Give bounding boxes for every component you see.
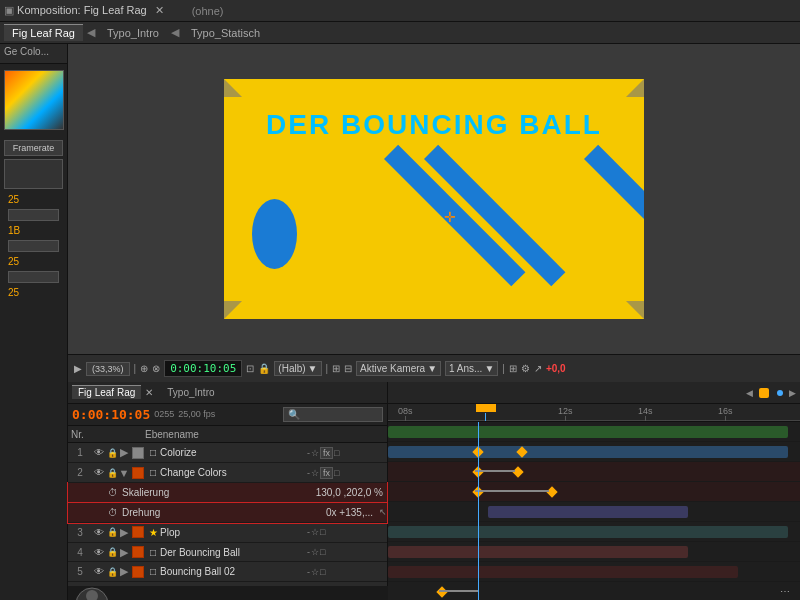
icon-gear[interactable]: ⚙ bbox=[521, 363, 530, 374]
preview-canvas: DER BOUNCING BALL ✛ bbox=[68, 44, 800, 354]
sidebar-indicator-2 bbox=[8, 240, 59, 252]
canvas-stripe-3 bbox=[584, 145, 644, 286]
layer-ctrls-4: - ☆ □ bbox=[307, 547, 387, 557]
layer-icon-1: □ bbox=[146, 447, 160, 458]
tl-search-input[interactable] bbox=[283, 407, 383, 422]
layer-vis-2[interactable]: 👁 bbox=[92, 467, 106, 478]
timeline-left: Fig Leaf Rag ✕ Typo_Intro 0:00:10:05 025… bbox=[68, 382, 388, 600]
layer-vis-5[interactable]: 👁 bbox=[92, 566, 106, 577]
layer-color-3 bbox=[132, 526, 144, 538]
tl-fps: 25,00 fps bbox=[178, 409, 215, 419]
tl-frame-info: 0255 bbox=[154, 409, 174, 419]
keyframe-dreh-a bbox=[472, 486, 483, 497]
layer-row-3[interactable]: 3 👁 🔒 ▶ ★ Plop - ☆ □ bbox=[68, 523, 387, 543]
preview-icon-3: ⊡ bbox=[246, 363, 254, 374]
preview-timecode: 0:00:10:05 bbox=[164, 360, 242, 377]
tween-skal2 bbox=[439, 590, 479, 592]
fx-badge-1[interactable]: fx bbox=[320, 447, 333, 459]
close-btn[interactable]: ✕ bbox=[155, 4, 164, 17]
track-row-3 bbox=[388, 502, 800, 522]
layer-name-2: Change Colors bbox=[160, 467, 307, 478]
layer-icon-4: □ bbox=[146, 547, 160, 558]
track-row-2 bbox=[388, 442, 800, 462]
canvas-crosshair: ✛ bbox=[444, 209, 456, 225]
layer-lock-2[interactable]: 🔒 bbox=[106, 468, 118, 478]
layer-nr-2: 2 bbox=[68, 467, 92, 478]
layer-ctrls-3: - ☆ □ bbox=[307, 527, 387, 537]
top-bar: ▣ Komposition: Fig Leaf Rag ✕ (ohne) bbox=[0, 0, 800, 22]
sub-label-drehung: Drehung bbox=[122, 507, 277, 518]
camera-dropdown[interactable]: Aktive Kamera ▼ bbox=[356, 361, 441, 376]
layer-ctrls-1: - ☆ fx □ bbox=[307, 447, 387, 459]
preview-controls: ▶ (33,3%) | ⊕ ⊗ 0:00:10:05 ⊡ 🔒 (Halb) ▼ … bbox=[68, 354, 800, 382]
tl-ruler: 08s 10s 12s 14s bbox=[388, 404, 800, 422]
layer-icon-5: □ bbox=[146, 566, 160, 577]
sub-val-drehung: 0x +135,... bbox=[277, 507, 377, 518]
tl-tab-fig[interactable]: Fig Leaf Rag bbox=[72, 385, 141, 399]
corner-bl bbox=[224, 301, 242, 319]
track-bar-5 bbox=[388, 546, 688, 558]
layer-vis-1[interactable]: 👁 bbox=[92, 447, 106, 458]
bottom-section: Fig Leaf Rag ✕ Typo_Intro 0:00:10:05 025… bbox=[68, 382, 800, 600]
sidebar-num-2: 1B bbox=[4, 223, 63, 238]
layer-icon-3: ★ bbox=[146, 527, 160, 538]
tween-dreh bbox=[475, 490, 549, 492]
tab-typo-statisch[interactable]: Typo_Statisch bbox=[183, 25, 268, 41]
layer-color-2 bbox=[132, 467, 144, 479]
layer-row-4[interactable]: 4 👁 🔒 ▶ □ Der Bouncing Ball - ☆ □ bbox=[68, 543, 387, 563]
color-preview bbox=[4, 70, 64, 130]
layer-panel-label: (ohne) bbox=[192, 5, 224, 17]
canvas-title: DER BOUNCING BALL bbox=[266, 109, 602, 141]
layer-expand-1[interactable]: ▶ bbox=[118, 446, 130, 459]
layer-expand-4[interactable]: ▶ bbox=[118, 546, 130, 559]
layer-lock-1[interactable]: 🔒 bbox=[106, 448, 118, 458]
composition-tabs: Fig Leaf Rag ◀ Typo_Intro ◀ Typo_Statisc… bbox=[0, 22, 800, 44]
sub-row-drehung[interactable]: ⏱ Drehung 0x +135,... ↖ bbox=[68, 503, 387, 523]
keyframe-skal2-a bbox=[436, 586, 447, 597]
layer-color-5 bbox=[132, 566, 144, 578]
layer-vis-4[interactable]: 👁 bbox=[92, 547, 106, 558]
col-nr-header: Nr. bbox=[68, 429, 92, 440]
layer-name-4: Der Bouncing Ball bbox=[160, 547, 307, 558]
tl-tab-close[interactable]: ✕ bbox=[145, 387, 153, 398]
layer-lock-4[interactable]: 🔒 bbox=[106, 547, 118, 557]
framerate-button[interactable]: Framerate bbox=[4, 140, 63, 156]
layer-lock-5[interactable]: 🔒 bbox=[106, 567, 118, 577]
track-bar-4 bbox=[388, 526, 788, 538]
layer-expand-2[interactable]: ▼ bbox=[118, 467, 130, 479]
tab-fig-leaf-rag[interactable]: Fig Leaf Rag bbox=[4, 24, 83, 41]
track-row-skalierung bbox=[388, 462, 800, 482]
fx-badge-2[interactable]: fx bbox=[320, 467, 333, 479]
ruler-mark-14s: 14s bbox=[638, 406, 653, 421]
sidebar-controls: Framerate 25 1B 25 25 bbox=[0, 136, 67, 304]
layer-expand-3[interactable]: ▶ bbox=[118, 526, 130, 539]
track-row-skalierung-2: ⋯ bbox=[388, 582, 800, 600]
layer-ctrls-2: - ☆ fx □ bbox=[307, 467, 387, 479]
quality-dropdown[interactable]: (Halb) ▼ bbox=[274, 361, 321, 376]
zoom-btn[interactable]: (33,3%) bbox=[86, 362, 130, 376]
view-dropdown[interactable]: 1 Ans... ▼ bbox=[445, 361, 498, 376]
sub-icon-skalierung: ⏱ bbox=[108, 487, 118, 498]
preview-play-btn[interactable]: ▶ bbox=[74, 363, 82, 374]
layer-color-1 bbox=[132, 447, 144, 459]
layer-vis-3[interactable]: 👁 bbox=[92, 527, 106, 538]
marker-orange bbox=[759, 388, 769, 398]
tl-tab-typo[interactable]: Typo_Intro bbox=[161, 386, 220, 399]
layer-lock-3[interactable]: 🔒 bbox=[106, 527, 118, 537]
cursor-icon: ↖ bbox=[379, 507, 387, 517]
ellipsis-icon: ⋯ bbox=[780, 586, 790, 597]
timeline-right: ◀ ▶ 08s 10s bbox=[388, 382, 800, 600]
preview-icon-6: ⊟ bbox=[344, 363, 352, 374]
layer-row-5[interactable]: 5 👁 🔒 ▶ □ Bouncing Ball 02 - ☆ □ bbox=[68, 562, 387, 582]
sub-label-skalierung: Skalierung bbox=[122, 487, 287, 498]
tl-right-header: ◀ ▶ bbox=[388, 382, 800, 404]
track-row-6 bbox=[388, 562, 800, 582]
layer-expand-5[interactable]: ▶ bbox=[118, 565, 130, 578]
pst-logo bbox=[74, 586, 110, 600]
layer-row-2[interactable]: 2 👁 🔒 ▼ □ Change Colors - ☆ fx □ bbox=[68, 463, 387, 483]
sub-row-skalierung[interactable]: ⏱ Skalierung 130,0 ,202,0 % bbox=[68, 483, 387, 503]
tab-typo-intro[interactable]: Typo_Intro bbox=[99, 25, 167, 41]
plus-red-value: +0,0 bbox=[546, 363, 566, 374]
layer-icon-2: □ bbox=[146, 467, 160, 478]
layer-row-1[interactable]: 1 👁 🔒 ▶ □ Colorize - ☆ fx □ bbox=[68, 443, 387, 463]
